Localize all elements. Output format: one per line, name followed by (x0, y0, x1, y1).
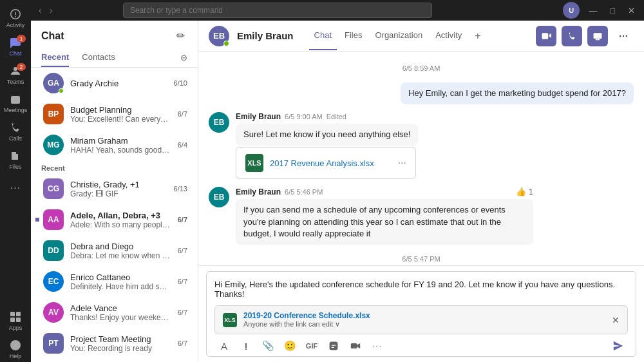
sidebar-item-files[interactable]: Files (3, 147, 28, 173)
file-more-button[interactable]: ··· (398, 157, 406, 169)
list-item[interactable]: DD Debra and Diego Debra: Let me know wh… (31, 235, 198, 266)
chat-item-content: Debra and Diego Debra: Let me know when … (70, 242, 171, 260)
filter-icon[interactable]: ⊝ (180, 53, 187, 62)
search-bar[interactable] (123, 3, 432, 18)
chat-list-panel: Chat ✏ Recent Contacts ⊝ GA Grady Archie… (31, 21, 198, 362)
message-sender: Emily Braun (236, 187, 281, 196)
list-item[interactable]: AA Adele, Allan, Debra, +3 Adele: With s… (31, 204, 198, 235)
chat-item-name: Christie, Grady, +1 (70, 180, 167, 189)
more-options-button[interactable] (613, 26, 634, 46)
list-item[interactable]: CC Christie Cline You: What day do you w… (31, 359, 198, 362)
reaction-emoji: 👍 1 (516, 187, 533, 196)
gif-button[interactable]: GIF (302, 337, 321, 355)
tab-chat[interactable]: Chat (309, 21, 337, 50)
message-time: 6/5 5:46 PM (285, 188, 323, 196)
sidebar-item-more[interactable]: ··· (3, 175, 28, 201)
chat-items-list: GA Grady Archie 6/10 BP Budget Planning … (31, 68, 198, 362)
avatar: MG (43, 135, 64, 155)
close-button[interactable]: ✕ (624, 5, 639, 17)
new-chat-button[interactable]: ✏ (174, 28, 187, 43)
sidebar-item-help[interactable]: Help (3, 336, 28, 362)
tab-activity[interactable]: Activity (430, 21, 467, 50)
message-edited: Edited (327, 113, 346, 120)
more-compose-button[interactable]: ··· (368, 337, 387, 355)
compose-message-text[interactable]: Hi Emily, Here's the updated conference … (214, 277, 628, 301)
chat-area: EB Emily Braun Chat Files Organization A… (198, 21, 644, 362)
chat-item-preview: Debra: Let me know when you guys would l… (70, 251, 171, 260)
message-group-emily-1: EB Emily Braun 6/5 9:00 AM Edited Sure! … (209, 112, 634, 179)
chat-item-name: Adele Vance (70, 303, 171, 313)
nav-buttons: ‹ › (36, 4, 55, 17)
chat-item-preview: HAHA! Yeah, sounds good! Thanks so much! (70, 146, 171, 155)
sidebar-item-calls[interactable]: Calls (3, 119, 28, 144)
add-tab-button[interactable]: + (469, 25, 486, 47)
format-button[interactable]: A (214, 337, 234, 355)
avatar: EC (43, 271, 64, 292)
compose-box[interactable]: Hi Emily, Here's the updated conference … (206, 271, 636, 357)
chat-item-meta: 6/10 (174, 79, 187, 87)
maximize-button[interactable]: □ (606, 5, 619, 17)
message-content: Emily Braun 6/5 5:46 PM 👍 1 If you can s… (236, 187, 533, 245)
forward-button[interactable]: › (47, 4, 55, 17)
message-meta: Emily Braun 6/5 5:46 PM 👍 1 (236, 187, 533, 196)
title-bar-right: U — □ ✕ (563, 2, 639, 19)
avatar: CG (43, 178, 64, 199)
message-sender: Emily Braun (236, 112, 281, 121)
screen-share-button[interactable] (587, 26, 608, 46)
back-button[interactable]: ‹ (36, 4, 44, 17)
file-preview-icon: XLS (223, 313, 237, 327)
minimize-button[interactable]: — (585, 5, 601, 17)
message-content: Hey Emily, can I get the marketing budge… (401, 82, 634, 104)
chat-item-name: Grady Archie (70, 79, 167, 88)
list-item[interactable]: EC Enrico Cattaneo Definitely. Have him … (31, 266, 198, 297)
sidebar-item-meetings[interactable]: Meetings (3, 90, 28, 116)
chat-item-meta: 6/13 (174, 185, 187, 193)
sidebar-item-chat[interactable]: 1 Chat (3, 33, 28, 59)
system-time-2: 6/5 5:47 PM (209, 255, 634, 263)
sidebar-item-meetings-label: Meetings (4, 107, 28, 113)
video-call-button[interactable] (536, 26, 556, 46)
important-button[interactable]: ! (236, 337, 256, 355)
list-item[interactable]: BP Budget Planning You: Excellent!! Can … (31, 99, 198, 129)
svg-point-7 (620, 35, 621, 36)
search-input[interactable] (130, 6, 425, 15)
chat-header-actions (536, 26, 634, 46)
more-dots-icon: ··· (10, 182, 21, 194)
list-item[interactable]: MG Miriam Graham HAHA! Yeah, sounds good… (31, 129, 198, 160)
send-button[interactable] (609, 337, 628, 355)
svg-point-8 (623, 35, 624, 36)
chat-item-preview: Grady: 🎞 GIF (70, 189, 167, 198)
message-bubble: If you can send me a schedule of any upc… (236, 199, 533, 245)
attach-button[interactable]: 📎 (258, 337, 278, 355)
chat-item-content: Christie, Grady, +1 Grady: 🎞 GIF (70, 180, 167, 198)
excel-icon: XLS (245, 154, 263, 172)
messages-area: 6/5 8:59 AM Hey Emily, can I get the mar… (198, 52, 644, 265)
list-item[interactable]: GA Grady Archie 6/10 (31, 68, 198, 99)
file-preview-name: 2019-20 Conference Schedule.xlsx (243, 311, 605, 320)
file-preview-close[interactable]: ✕ (612, 315, 620, 325)
system-time-1: 6/5 8:59 AM (209, 64, 634, 72)
sidebar-item-activity-label: Activity (6, 22, 25, 28)
tab-files[interactable]: Files (339, 21, 367, 50)
tab-organization[interactable]: Organization (370, 21, 428, 50)
list-item[interactable]: CG Christie, Grady, +1 Grady: 🎞 GIF 6/13 (31, 173, 198, 204)
user-avatar[interactable]: U (563, 2, 580, 19)
chat-item-preview: Definitely. Have him add something to my… (70, 282, 171, 291)
tab-recent[interactable]: Recent (41, 48, 69, 67)
file-name: 2017 Revenue Analysis.xlsx (270, 158, 392, 168)
meet-button[interactable] (346, 337, 365, 355)
file-attachment[interactable]: XLS 2017 Revenue Analysis.xlsx ··· (236, 147, 416, 179)
sidebar-item-activity[interactable]: Activity (3, 5, 28, 31)
audio-call-button[interactable] (562, 26, 582, 46)
sidebar-item-apps[interactable]: Apps (3, 308, 28, 334)
svg-rect-1 (10, 312, 15, 316)
chat-item-preview: You: Recording is ready (70, 344, 171, 353)
tab-contacts[interactable]: Contacts (82, 48, 115, 67)
sidebar-item-teams[interactable]: 2 Teams (3, 62, 28, 88)
list-item[interactable]: PT Project Team Meeting You: Recording i… (31, 328, 198, 359)
message-bubble: Hey Emily, can I get the marketing budge… (401, 82, 634, 104)
emoji-button[interactable]: 🙂 (280, 337, 299, 355)
sticker-button[interactable] (324, 337, 343, 355)
list-item[interactable]: AV Adele Vance Thanks! Enjoy your weeken… (31, 297, 198, 328)
svg-rect-3 (10, 318, 15, 322)
